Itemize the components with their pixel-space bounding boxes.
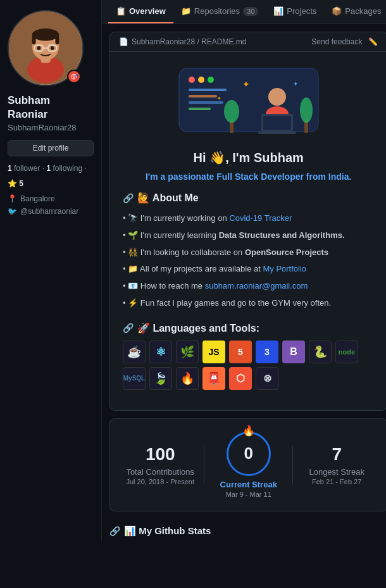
tool-postman: 📮 [202, 367, 225, 390]
portfolio-link[interactable]: My Portfolio [263, 264, 306, 273]
readme-body: ✦ ✦ ✦ Hi 👋, I'm Subham I'm a passionate … [110, 52, 386, 410]
edit-readme-icon[interactable]: ✏️ [368, 37, 378, 46]
edit-profile-button[interactable]: Edit profile [8, 140, 94, 156]
location-icon: 📍 [8, 194, 17, 203]
svg-point-11 [51, 46, 54, 50]
tool-mongodb: 🍃 [149, 367, 172, 390]
readme-header: 📄 SubhamRaoniar28 / README.md Send feedb… [110, 32, 386, 52]
tool-html5: 5 [229, 341, 252, 363]
svg-point-28 [300, 97, 313, 123]
tool-node: node [335, 341, 358, 363]
longest-streak-label: Longest Streak [293, 467, 380, 477]
longest-streak-date: Feb 21 - Feb 27 [293, 478, 380, 485]
total-contributions-date: Jul 20, 2018 - Present [116, 478, 204, 485]
overview-icon: 📋 [116, 6, 126, 16]
tools-section: 🔗 🚀 Languages and Tools: ☕ ⚛ 🌿 JS 5 3 B … [123, 322, 374, 390]
current-streak-value: 0 [244, 444, 252, 463]
nav-tabs: 📋 Overview 📁 Repositories 30 📊 Projects … [102, 0, 386, 24]
svg-point-26 [224, 100, 239, 123]
tool-java: ☕ [123, 341, 146, 363]
svg-point-10 [37, 46, 40, 50]
about-me-title: 🔗 🙋 About Me [123, 192, 374, 204]
svg-text:✦: ✦ [217, 96, 221, 101]
svg-rect-5 [32, 35, 36, 44]
link-icon-stats: 🔗 [109, 526, 120, 536]
hero-image: ✦ ✦ ✦ [123, 62, 374, 140]
profile-name: Subham Raoniar [8, 94, 94, 122]
email-link[interactable]: subham.raoniar@gmail.com [205, 281, 308, 291]
list-item: ⚡ Fun fact I play games and go to the GY… [123, 295, 374, 312]
send-feedback-link[interactable]: Send feedback [311, 37, 362, 46]
list-item: 📧 How to reach me subham.raoniar@gmail.c… [123, 278, 374, 295]
packages-icon: 📦 [332, 6, 342, 16]
list-item: 🌱 I'm currently learning Data Structures… [123, 227, 374, 244]
tool-git: ⬡ [229, 367, 252, 390]
svg-rect-18 [189, 101, 223, 104]
tagline: I'm a passionate Full Stack Developer fr… [123, 172, 374, 182]
readme-card: 📄 SubhamRaoniar28 / README.md Send feedb… [109, 32, 386, 411]
svg-rect-19 [189, 108, 211, 110]
svg-rect-17 [189, 95, 217, 97]
tool-firebase: 🔥 [176, 367, 199, 390]
app-layout: 🎯 Subham Raoniar SubhamRaoniar28 Edit pr… [0, 0, 386, 541]
readme-icon: 📄 [119, 37, 128, 46]
main-content: 📋 Overview 📁 Repositories 30 📊 Projects … [101, 0, 386, 541]
follow-stats: 1 follower · 1 following · [8, 164, 94, 173]
github-stats-title: 🔗 📊 My Github Stats [102, 519, 386, 541]
tool-css3: 3 [256, 341, 278, 363]
list-item: 📁 All of my projects are available at My… [123, 261, 374, 278]
tool-openai: ⊗ [256, 367, 278, 390]
total-contributions-value: 100 [116, 444, 204, 465]
stars-count: ⭐ 5 [8, 179, 94, 188]
location: 📍 Bangalore [8, 194, 94, 203]
readme-header-right: Send feedback ✏️ [311, 37, 378, 46]
tab-overview[interactable]: 📋 Overview [108, 0, 173, 23]
tab-projects[interactable]: 📊 Projects [266, 0, 324, 23]
projects-icon: 📊 [273, 6, 283, 16]
streak-circle: 🔥 0 [227, 432, 271, 476]
streak-section: 100 Total Contributions Jul 20, 2018 - P… [109, 418, 386, 511]
profile-username: SubhamRaoniar28 [8, 123, 94, 132]
tool-python: 🐍 [309, 341, 332, 363]
covid-tracker-link[interactable]: Covid-19 Tracker [229, 213, 292, 223]
readme-header-left: 📄 SubhamRaoniar28 / README.md [119, 37, 246, 46]
list-item: 🔭 I'm currently working on Covid-19 Trac… [123, 210, 374, 227]
tab-repositories[interactable]: 📁 Repositories 30 [173, 0, 266, 23]
svg-rect-23 [263, 116, 291, 130]
svg-rect-16 [189, 89, 227, 91]
link-icon: 🔗 [123, 193, 134, 203]
svg-point-14 [198, 77, 204, 83]
svg-rect-6 [55, 35, 59, 44]
tool-mysql: MySQL [123, 367, 146, 390]
tool-js: JS [202, 341, 225, 363]
svg-point-4 [32, 28, 59, 41]
svg-text:✦: ✦ [293, 80, 298, 87]
avatar-wrapper: 🎯 [8, 10, 84, 86]
svg-rect-24 [258, 132, 296, 134]
list-item: 👯 I'm looking to collaborate on OpenSour… [123, 244, 374, 261]
readme-path: SubhamRaoniar28 / README.md [132, 37, 246, 46]
svg-point-15 [208, 77, 214, 83]
hero-illustration: ✦ ✦ ✦ [166, 62, 331, 138]
svg-text:✦: ✦ [242, 79, 250, 89]
about-list: 🔭 I'm currently working on Covid-19 Trac… [123, 210, 374, 312]
tools-grid: ☕ ⚛ 🌿 JS 5 3 B 🐍 node MySQL 🍃 🔥 📮 [123, 341, 374, 390]
current-streak-date: Mar 9 - Mar 11 [204, 491, 292, 498]
link-icon-tools: 🔗 [123, 323, 134, 333]
tool-spring: 🌿 [176, 341, 199, 363]
tools-title: 🔗 🚀 Languages and Tools: [123, 322, 374, 334]
twitter-handle: 🐦 @subhamraoniar [8, 207, 94, 216]
twitter-icon: 🐦 [8, 207, 17, 216]
avatar-badge: 🎯 [67, 70, 81, 84]
longest-streak-value: 7 [293, 444, 380, 465]
longest-streak: 7 Longest Streak Feb 21 - Feb 27 [293, 444, 380, 485]
repos-icon: 📁 [181, 6, 191, 16]
tool-react: ⚛ [149, 341, 172, 363]
tab-packages[interactable]: 📦 Packages [324, 0, 386, 23]
total-contributions: 100 Total Contributions Jul 20, 2018 - P… [116, 444, 204, 485]
current-streak: 🔥 0 Current Streak Mar 9 - Mar 11 [204, 432, 292, 498]
total-contributions-label: Total Contributions [116, 467, 204, 477]
repos-badge: 30 [243, 7, 258, 16]
svg-point-20 [268, 88, 286, 106]
current-streak-label: Current Streak [204, 480, 292, 489]
